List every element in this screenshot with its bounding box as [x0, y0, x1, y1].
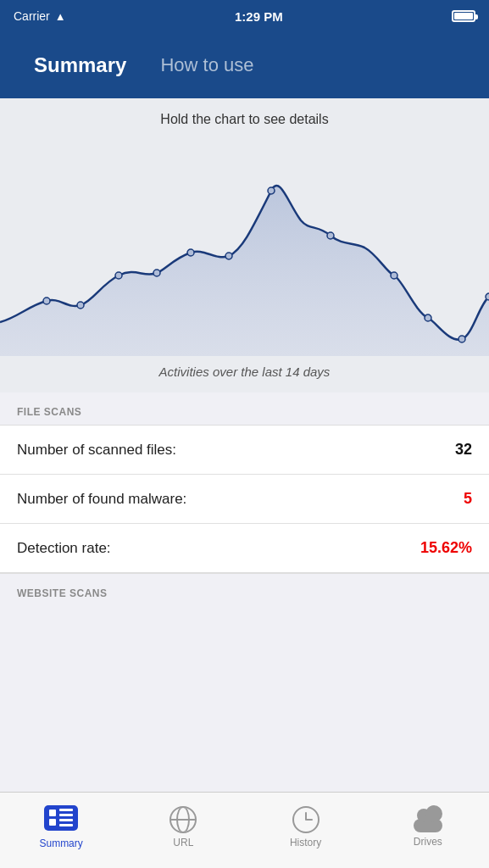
svg-point-11 — [486, 293, 489, 300]
website-scans-label: WEBSITE SCANS — [0, 574, 489, 606]
status-bar: Carrier ▲ 1:29 PM — [0, 0, 489, 32]
chart-hint: Hold the chart to see details — [0, 112, 489, 127]
area-chart[interactable] — [0, 136, 489, 356]
website-scans-section: WEBSITE SCANS — [0, 573, 489, 606]
cloud-icon — [410, 807, 446, 832]
stat-value-detection-rate: 15.62% — [420, 539, 472, 557]
svg-point-7 — [327, 232, 334, 239]
tab-item-drives[interactable]: Drives — [367, 793, 489, 868]
status-time: 1:29 PM — [235, 9, 283, 24]
tab-item-history[interactable]: History — [245, 793, 367, 868]
svg-point-2 — [115, 272, 122, 279]
nav-tab-summary[interactable]: Summary — [17, 45, 143, 86]
nav-bar: Summary How to use — [0, 32, 489, 98]
tab-label-history: History — [290, 837, 321, 849]
carrier-label: Carrier — [14, 9, 50, 23]
chart-section: Hold the chart to see details — [0, 98, 489, 392]
stat-row-detection-rate: Detection rate: 15.62% — [0, 524, 489, 572]
svg-point-0 — [43, 298, 50, 304]
tab-bar: Summary URL History Drives — [0, 792, 489, 868]
svg-point-8 — [391, 272, 397, 279]
stat-label-found-malware: Number of found malware: — [17, 491, 186, 508]
stat-label-detection-rate: Detection rate: — [17, 540, 111, 557]
chart-caption: Activities over the last 14 days — [0, 356, 489, 392]
tab-label-url: URL — [173, 837, 193, 849]
tab-label-summary: Summary — [39, 837, 82, 849]
svg-point-5 — [225, 253, 232, 259]
stat-row-scanned-files: Number of scanned files: 32 — [0, 426, 489, 475]
file-scans-list: Number of scanned files: 32 Number of fo… — [0, 425, 489, 573]
svg-point-9 — [425, 314, 431, 321]
stat-row-found-malware: Number of found malware: 5 — [0, 475, 489, 524]
battery-icon — [452, 10, 475, 22]
wifi-icon: ▲ — [55, 10, 66, 23]
tab-item-url[interactable]: URL — [122, 793, 244, 868]
svg-point-10 — [458, 336, 465, 342]
file-scans-label: FILE SCANS — [0, 392, 489, 425]
clock-icon — [292, 806, 320, 833]
svg-point-6 — [268, 187, 275, 194]
globe-icon — [169, 806, 197, 833]
stat-value-scanned-files: 32 — [455, 441, 472, 459]
svg-point-4 — [187, 249, 194, 256]
summary-icon — [44, 805, 78, 834]
nav-tab-how-to-use[interactable]: How to use — [143, 46, 270, 85]
tab-item-summary[interactable]: Summary — [0, 793, 122, 868]
stat-value-found-malware: 5 — [464, 490, 472, 508]
tab-label-drives: Drives — [414, 836, 442, 848]
battery-fill — [454, 13, 473, 19]
svg-point-3 — [153, 270, 160, 276]
carrier-info: Carrier ▲ — [14, 9, 66, 23]
stat-label-scanned-files: Number of scanned files: — [17, 442, 176, 459]
svg-point-1 — [77, 302, 84, 309]
